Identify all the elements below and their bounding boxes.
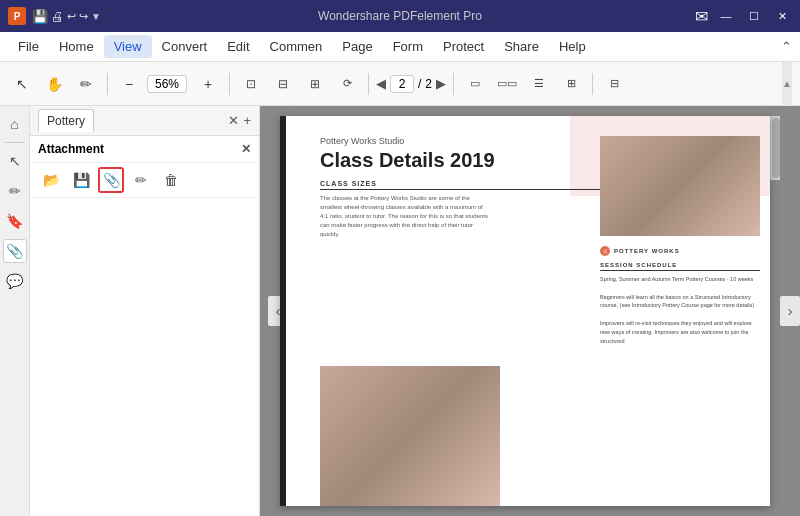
pottery-bottom-image-content — [320, 366, 500, 506]
pottery-logo-text: POTTERY WORKS — [614, 248, 680, 254]
page-next-button[interactable]: ▶ — [436, 76, 446, 91]
bookmark-left-icon[interactable]: 🔖 — [3, 209, 27, 233]
menu-home[interactable]: Home — [49, 35, 104, 58]
session-text: Spring, Summer and Autumn Term Pottery C… — [600, 275, 760, 345]
toolbar-scrollbar[interactable]: ▲ — [782, 62, 792, 106]
quick-access-dropdown[interactable]: ▼ — [91, 11, 101, 22]
pottery-image-right — [600, 136, 760, 236]
attachment-left-icon[interactable]: 📎 — [3, 239, 27, 263]
title-bar-right: ✉ — ☐ ✕ — [695, 7, 792, 26]
home-left-icon[interactable]: ⌂ — [3, 112, 27, 136]
print-icon[interactable]: 🖨 — [51, 9, 64, 24]
minimize-button[interactable]: — — [716, 7, 736, 25]
edit-left-icon[interactable]: ✏ — [3, 179, 27, 203]
pottery-image-bottom — [320, 366, 500, 506]
quick-access-toolbar: 💾 🖨 ↩ ↪ ▼ — [32, 9, 101, 24]
menu-share[interactable]: Share — [494, 35, 549, 58]
page-navigation: ◀ / 2 ▶ — [376, 75, 446, 93]
document-page: Pottery Works Studio Class Details 2019 … — [280, 116, 770, 506]
document-scrollbar[interactable] — [770, 116, 780, 180]
menu-help[interactable]: Help — [549, 35, 596, 58]
pottery-right-panel: ① POTTERY WORKS SESSION SCHEDULE Spring,… — [600, 246, 760, 345]
maximize-button[interactable]: ☐ — [744, 7, 764, 25]
attachment-close-button[interactable]: ✕ — [241, 142, 251, 156]
zoom-plus-button[interactable]: + — [194, 70, 222, 98]
edit-tool-button[interactable]: ✏ — [72, 70, 100, 98]
two-page-button[interactable]: ▭▭ — [493, 70, 521, 98]
page-left-accent — [280, 116, 286, 506]
app-icon: P — [8, 7, 26, 25]
attachment-header: Attachment ✕ — [30, 136, 259, 163]
toolbar-separator-1 — [107, 73, 108, 95]
select-left-icon[interactable]: ↖ — [3, 149, 27, 173]
panel: Pottery ✕ + Attachment ✕ 📂 💾 📎 ✏ 🗑 — [30, 106, 260, 516]
menu-bar: File Home View Convert Edit Commen Page … — [0, 32, 800, 62]
rotate-button[interactable]: ⟳ — [333, 70, 361, 98]
toolbar-separator-5 — [592, 73, 593, 95]
menu-protect[interactable]: Protect — [433, 35, 494, 58]
panel-tab-add[interactable]: + — [243, 113, 251, 128]
attachment-toolbar: 📂 💾 📎 ✏ 🗑 — [30, 163, 259, 198]
panel-tab-bar: Pottery ✕ + — [30, 106, 259, 136]
page-separator: / — [418, 77, 421, 91]
select-tool-button[interactable]: ↖ — [8, 70, 36, 98]
comment-left-icon[interactable]: 💬 — [3, 269, 27, 293]
pottery-right-image-content — [600, 136, 760, 236]
attachment-panel: Attachment ✕ 📂 💾 📎 ✏ 🗑 — [30, 136, 259, 516]
title-bar-left: P 💾 🖨 ↩ ↪ ▼ — [8, 7, 101, 25]
menu-page[interactable]: Page — [332, 35, 382, 58]
zoom-input[interactable] — [147, 75, 187, 93]
fit-width-button[interactable]: ⊟ — [269, 70, 297, 98]
panel-tab-pottery[interactable]: Pottery — [38, 109, 94, 132]
panel-tab-close[interactable]: ✕ — [228, 113, 239, 128]
session-label: SESSION SCHEDULE — [600, 262, 760, 271]
scroll-button[interactable]: ☰ — [525, 70, 553, 98]
att-edit-button[interactable]: ✏ — [128, 167, 154, 193]
menu-comment[interactable]: Commen — [260, 35, 333, 58]
window-title: Wondershare PDFelement Pro — [318, 9, 482, 23]
attachment-content — [30, 198, 259, 516]
att-open-button[interactable]: 📂 — [38, 167, 64, 193]
redo-icon[interactable]: ↪ — [79, 10, 88, 23]
page-prev-button[interactable]: ◀ — [376, 76, 386, 91]
panel-tab-actions: ✕ + — [228, 113, 251, 128]
menu-file[interactable]: File — [8, 35, 49, 58]
menu-convert[interactable]: Convert — [152, 35, 218, 58]
toolbar-separator-4 — [453, 73, 454, 95]
class-description: The classes at the Pottery Works Studio … — [320, 194, 490, 239]
zoom-area — [147, 75, 190, 93]
doc-nav-right-button[interactable]: › — [780, 296, 800, 326]
toolbar: ↖ ✋ ✏ − + ⊡ ⊟ ⊞ ⟳ ◀ / 2 ▶ ▭ ▭▭ ☰ ⊞ ⊟ ▲ — [0, 62, 800, 106]
pottery-logo-dot: ① — [600, 246, 610, 256]
grid-button[interactable]: ⊞ — [557, 70, 585, 98]
menu-view[interactable]: View — [104, 35, 152, 58]
document-area: ‹ Pottery Works Studio Class Details 201… — [260, 106, 800, 516]
split-button[interactable]: ⊟ — [600, 70, 628, 98]
toolbar-separator-3 — [368, 73, 369, 95]
hand-tool-button[interactable]: ✋ — [40, 70, 68, 98]
collapse-ribbon-icon[interactable]: ⌃ — [781, 39, 792, 54]
scrollbar-thumb[interactable] — [772, 118, 780, 178]
actual-size-button[interactable]: ⊞ — [301, 70, 329, 98]
left-icon-bar: ⌂ ↖ ✏ 🔖 📎 💬 — [0, 106, 30, 516]
undo-icon[interactable]: ↩ — [67, 10, 76, 23]
toolbar-separator-2 — [229, 73, 230, 95]
fit-page-button[interactable]: ⊡ — [237, 70, 265, 98]
title-bar: P 💾 🖨 ↩ ↪ ▼ Wondershare PDFelement Pro ✉… — [0, 0, 800, 32]
att-save-button[interactable]: 💾 — [68, 167, 94, 193]
pottery-logo-bar: ① POTTERY WORKS — [600, 246, 760, 256]
zoom-minus-button[interactable]: − — [115, 70, 143, 98]
attachment-title: Attachment — [38, 142, 104, 156]
left-sep-1 — [5, 142, 25, 143]
page-number-input[interactable] — [390, 75, 414, 93]
att-attach-button[interactable]: 📎 — [98, 167, 124, 193]
page-total: 2 — [425, 77, 432, 91]
menu-edit[interactable]: Edit — [217, 35, 259, 58]
main-area: ⌂ ↖ ✏ 🔖 📎 💬 Pottery ✕ + Attachment ✕ 📂 💾 — [0, 106, 800, 516]
att-delete-button[interactable]: 🗑 — [158, 167, 184, 193]
email-icon[interactable]: ✉ — [695, 7, 708, 26]
single-page-button[interactable]: ▭ — [461, 70, 489, 98]
close-button[interactable]: ✕ — [772, 7, 792, 25]
save-icon[interactable]: 💾 — [32, 9, 48, 24]
menu-form[interactable]: Form — [383, 35, 433, 58]
